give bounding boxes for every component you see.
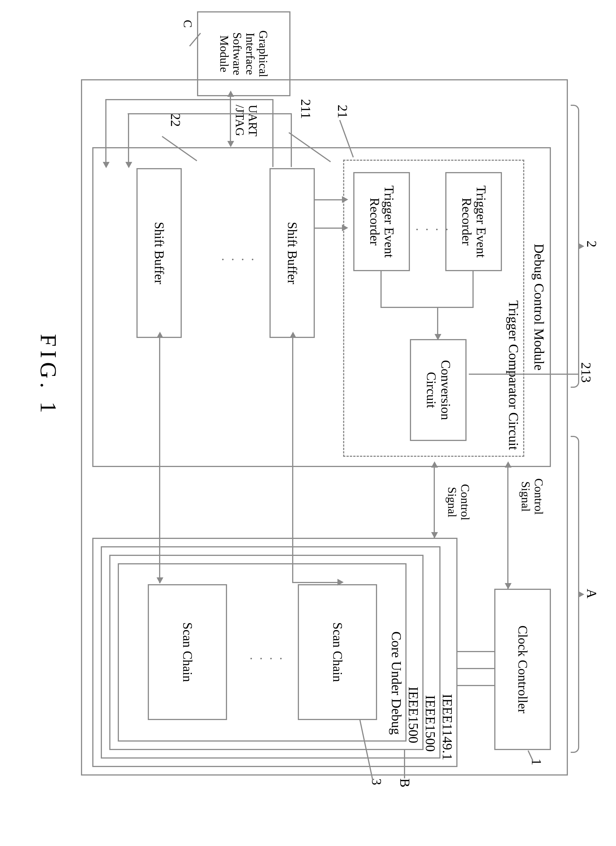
- shift-buffer-1: Shift Buffer: [269, 168, 315, 338]
- sb-dots: · · · ·: [219, 252, 254, 266]
- debug-module-title: Debug Control Module: [531, 244, 546, 370]
- sc-dots: · · · ·: [248, 651, 282, 665]
- ter-2: Trigger Event Recorder: [353, 172, 410, 271]
- conversion-circuit: Conversion Circuit: [410, 339, 466, 441]
- ref-21: 21: [335, 105, 350, 118]
- shift-buffer-2: Shift Buffer: [137, 168, 182, 338]
- clock-controller: Clock Controller: [494, 589, 551, 750]
- ref-A: A: [584, 589, 599, 599]
- ieee11491-label: IEEE1149.1: [440, 694, 455, 760]
- trigger-comparator-circuit: Trigger Comparator Circuit Trigger Event…: [343, 160, 524, 457]
- ref-1: 1: [529, 759, 544, 765]
- core-under-debug: Core Under Debug Scan Chain Scan Chain ·…: [118, 563, 407, 742]
- debug-control-module: Debug Control Module Trigger Comparator …: [92, 147, 551, 467]
- ref-211: 211: [298, 99, 313, 119]
- ieee1500-label-2: IEEE1500: [406, 687, 420, 743]
- ref-2: 2: [584, 241, 599, 247]
- gism-ref-c: C: [181, 20, 194, 28]
- control-signal-2: Control Signal: [445, 484, 472, 520]
- brace-A: [571, 436, 579, 753]
- ref-213: 213: [578, 362, 593, 383]
- ref-22: 22: [168, 113, 183, 127]
- ref-3: 3: [369, 778, 384, 785]
- ref-B: B: [397, 778, 412, 787]
- cud-label: Core Under Debug: [389, 632, 404, 735]
- figure-label: FIG. 1: [35, 334, 61, 417]
- control-signal-1: Control Signal: [519, 478, 545, 514]
- scan-chain-1: Scan Chain: [298, 584, 377, 720]
- ieee1500-label-1: IEEE1500: [423, 695, 438, 752]
- ter-dots: · · · ·: [414, 222, 448, 236]
- tcc-title: Trigger Comparator Circuit: [506, 300, 521, 450]
- ter-1: Trigger Event Recorder: [445, 172, 502, 271]
- brace-2: [571, 105, 579, 388]
- diagram-canvas: Graphical Interface Software Module C UA…: [0, 0, 616, 846]
- scan-chain-2: Scan Chain: [148, 584, 227, 720]
